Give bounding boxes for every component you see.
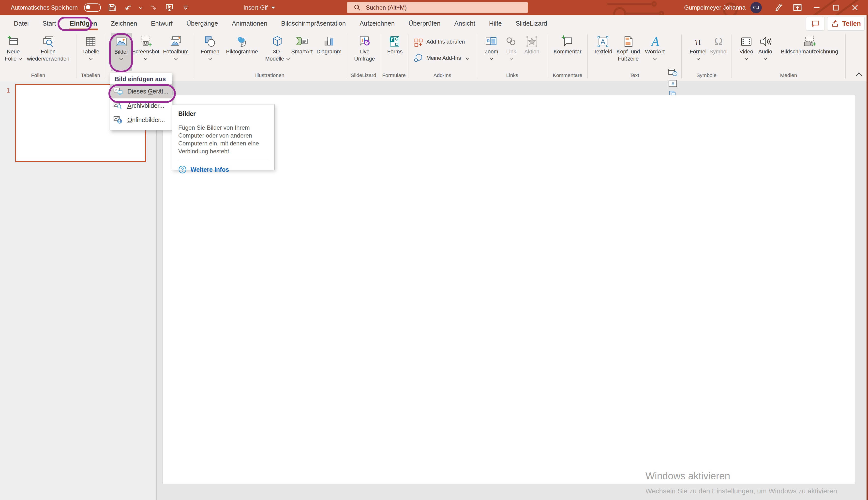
icons-button[interactable]: Piktogramme [223,33,261,71]
group-label-links: Links [506,72,518,78]
pictures-button[interactable]: Bilder [111,33,131,71]
feedback-icon[interactable] [769,0,788,15]
minimize-button[interactable] [807,0,826,15]
tooltip-help-link[interactable]: Weitere Infos [178,166,269,174]
tab-slidelizard[interactable]: SlideLizard [509,15,554,32]
screenshot-button[interactable]: Screenshot [132,33,159,71]
this-device-icon [114,87,123,95]
comment-icon [811,19,820,28]
group-label-kommentare: Kommentare [553,72,582,78]
svg-text:Ω: Ω [714,35,723,48]
table-button[interactable]: Tabelle [78,33,103,71]
menu-item-online-pictures[interactable]: Onlinebilder... [110,113,172,127]
get-addins-button[interactable]: Add-Ins abrufen [414,37,465,47]
screen-recording-button[interactable]: Bildschirmaufzeichnung [777,33,842,71]
stock-images-icon [114,101,123,110]
zoom-button[interactable]: Zoom [480,33,502,71]
header-footer-button[interactable]: Kopf- und Fußzeile [613,33,643,71]
table-icon [85,33,97,48]
smartart-button[interactable]: SmartArt [288,33,316,71]
video-button[interactable]: Video [735,33,757,71]
wordart-button[interactable]: A WordArt [641,33,668,71]
search-input[interactable]: Suchen (Alt+M) [347,2,528,13]
tab-zeichnen[interactable]: Zeichnen [104,15,144,32]
chevron-down-icon [174,56,178,60]
chevron-down-icon [489,56,493,60]
avatar[interactable]: GJ [750,2,762,13]
share-button[interactable]: Teilen [827,17,865,31]
tab-ueberpruefen[interactable]: Überprüfen [401,15,447,32]
tab-uebergaenge[interactable]: Übergänge [179,15,225,32]
chevron-down-icon [763,56,767,60]
document-title[interactable]: Insert-Gif [244,0,275,15]
menu-item-this-device[interactable]: Dieses Gerät... [110,84,172,99]
symbol-omega-icon: Ω [712,33,725,48]
autosave-toggle[interactable] [84,3,101,12]
tab-hilfe[interactable]: Hilfe [482,15,509,32]
svg-text:A: A [601,38,606,46]
screen-edge-strip [867,15,868,500]
tab-aufzeichnen[interactable]: Aufzeichnen [353,15,401,32]
customize-quick-access-icon[interactable] [181,3,190,13]
tab-start[interactable]: Start [36,15,63,32]
forms-button[interactable]: F Forms [384,33,406,71]
date-time-button[interactable] [667,67,678,79]
link-button: Link [501,33,521,71]
group-label-addins: Add-Ins [434,72,451,78]
new-comment-icon [561,33,574,48]
redo-icon [148,3,158,13]
menu-header: Bild einfügen aus [115,76,172,83]
comments-button[interactable] [806,17,825,31]
shapes-button[interactable]: Formen [197,33,223,71]
close-button[interactable] [845,0,865,15]
active-tab-underline [69,29,98,30]
tab-ansicht[interactable]: Ansicht [447,15,482,32]
new-slide-button[interactable]: Neue Folie [2,33,25,71]
start-slideshow-icon[interactable] [164,3,174,13]
textbox-button[interactable]: A Textfeld [589,33,617,71]
chevron-down-icon [696,56,700,60]
group-label-tabellen: Tabellen [81,72,100,78]
reuse-slides-button[interactable]: Folien wiederverwenden [25,33,72,71]
live-poll-button[interactable]: Live Umfrage [350,33,379,71]
tab-bildschirmpraesentation[interactable]: Bildschirmpräsentation [274,15,353,32]
search-placeholder: Suchen (Alt+M) [366,4,407,11]
photo-album-button[interactable]: Fotoalbum [160,33,192,71]
chevron-down-icon [89,56,93,60]
audio-icon [759,33,772,48]
tab-einfuegen[interactable]: Einfügen [63,15,104,32]
undo-icon[interactable] [124,3,133,13]
user-name[interactable]: Gumpelmeyer Johanna [684,4,746,11]
help-circle-icon [178,166,187,174]
forms-icon: F [389,33,401,48]
svg-text:A: A [650,35,659,48]
slide-number-button[interactable]: # [667,79,678,90]
3d-model-cube-icon [271,33,283,48]
video-icon [740,33,753,48]
my-addins-icon [414,53,423,63]
title-dropdown-icon [271,7,275,9]
ribbon-display-options-icon[interactable] [788,0,807,15]
live-poll-icon [358,33,371,48]
symbol-button: Ω Symbol [706,33,731,71]
tab-datei[interactable]: Datei [7,15,36,32]
menu-item-stock-images[interactable]: Archivbilder... [110,99,172,113]
save-icon[interactable] [107,3,117,13]
chart-icon [323,33,335,48]
tab-animationen[interactable]: Animationen [225,15,274,32]
my-addins-button[interactable]: Meine Add-Ins [414,53,469,63]
tab-entwurf[interactable]: Entwurf [144,15,179,32]
comment-button[interactable]: Kommentar [550,33,585,71]
get-addins-icon [414,37,423,47]
online-pictures-icon [114,116,123,124]
reuse-slides-icon [42,33,55,48]
audio-button[interactable]: Audio [755,33,775,71]
chart-button[interactable]: Diagramm [315,33,343,71]
undo-chevron-icon[interactable] [140,5,142,10]
collapse-ribbon-icon[interactable] [856,72,863,79]
chevron-down-icon [119,56,123,60]
chevron-down-icon [19,56,22,60]
maximize-button[interactable] [826,0,845,15]
screen-recording-icon [803,33,816,48]
photo-album-icon [169,33,183,48]
